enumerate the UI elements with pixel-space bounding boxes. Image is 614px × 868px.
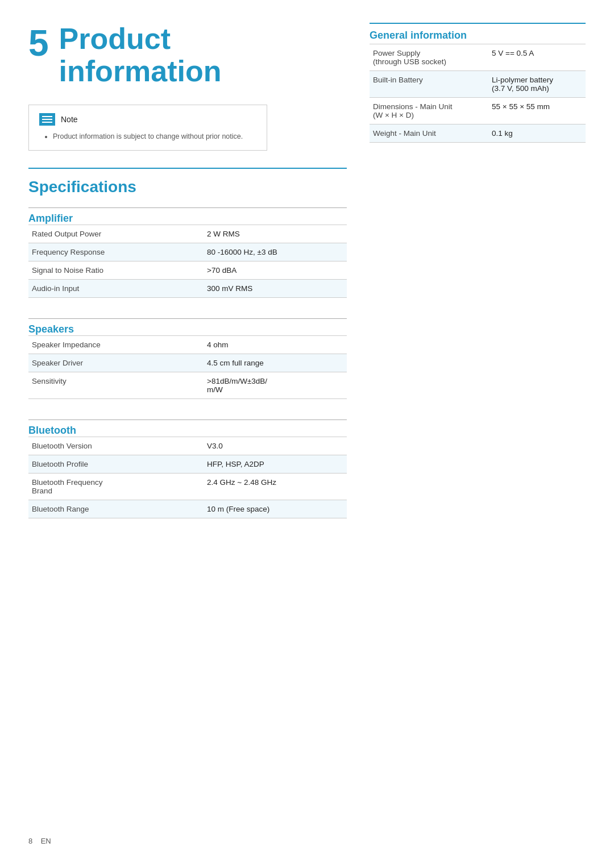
general-info-section: General information Power Supply (throug… [370,23,586,143]
spec-label: Bluetooth Version [28,437,204,455]
right-column: General information Power Supply (throug… [370,23,586,163]
general-info-heading: General information [370,23,586,41]
chapter-heading: 5 Product information [28,23,347,88]
spec-value: 5 V == 0.5 A [488,44,586,71]
amplifier-divider [28,207,347,208]
spec-value: 55 × 55 × 55 mm [488,98,586,124]
table-row: Built-in BatteryLi-polymer battery (3.7 … [370,71,586,98]
spec-label: Power Supply (through USB socket) [370,44,488,71]
page-layout: 5 Product information Note Product infor… [28,23,586,539]
note-label: Note [61,115,78,124]
table-row: Rated Output Power2 W RMS [28,225,347,243]
table-row: Bluetooth Range10 m (Free space) [28,500,347,518]
note-box: Note Product information is subject to c… [28,105,267,151]
table-row: Power Supply (through USB socket)5 V == … [370,44,586,71]
spec-value: HFP, HSP, A2DP [204,455,347,474]
spec-label: Speaker Impedance [28,336,204,354]
table-row: Bluetooth ProfileHFP, HSP, A2DP [28,455,347,474]
table-row: Speaker Impedance4 ohm [28,336,347,354]
table-row: Weight - Main Unit0.1 kg [370,124,586,143]
note-header: Note [39,113,256,126]
spec-value: V3.0 [204,437,347,455]
spec-label: Bluetooth Range [28,500,204,518]
spec-label: Bluetooth Profile [28,455,204,474]
table-row: Speaker Driver4.5 cm full range [28,354,347,372]
spec-label: Rated Output Power [28,225,204,243]
bluetooth-divider [28,420,347,420]
spec-label: Signal to Noise Ratio [28,261,204,280]
bluetooth-section: Bluetooth Bluetooth VersionV3.0Bluetooth… [28,420,347,518]
specifications-heading: Specifications [28,178,347,196]
spec-label: Audio-in Input [28,280,204,298]
speakers-divider [28,318,347,319]
note-icon-line2 [42,119,52,120]
note-icon [39,113,55,126]
spec-value: 4 ohm [204,336,347,354]
table-row: Bluetooth Frequency Brand2.4 GHz ~ 2.48 … [28,474,347,500]
spec-value: 300 mV RMS [204,280,347,298]
spec-value: Li-polymer battery (3.7 V, 500 mAh) [488,71,586,98]
bluetooth-heading: Bluetooth [28,425,347,437]
chapter-title: Product information [59,23,222,88]
spec-label: Weight - Main Unit [370,124,488,143]
spec-value: 80 -16000 Hz, ±3 dB [204,243,347,261]
spec-label: Speaker Driver [28,354,204,372]
table-row: Signal to Noise Ratio>70 dBA [28,261,347,280]
page-footer: 8 EN [28,837,51,845]
spec-value: 4.5 cm full range [204,354,347,372]
bluetooth-table: Bluetooth VersionV3.0Bluetooth ProfileHF… [28,437,347,518]
amplifier-section: Amplifier Rated Output Power2 W RMSFrequ… [28,207,347,298]
spec-label: Frequency Response [28,243,204,261]
spec-label: Dimensions - Main Unit (W × H × D) [370,98,488,124]
note-icon-line1 [42,116,52,117]
spec-label: Sensitivity [28,372,204,399]
spec-label: Bluetooth Frequency Brand [28,474,204,500]
spec-value: >70 dBA [204,261,347,280]
general-info-table: Power Supply (through USB socket)5 V == … [370,44,586,143]
spec-value: 2.4 GHz ~ 2.48 GHz [204,474,347,500]
page-number: 8 [28,837,32,845]
spec-value: 0.1 kg [488,124,586,143]
table-row: Dimensions - Main Unit (W × H × D)55 × 5… [370,98,586,124]
speakers-section: Speakers Speaker Impedance4 ohmSpeaker D… [28,318,347,399]
chapter-number: 5 [28,25,49,61]
amplifier-heading: Amplifier [28,213,347,225]
speakers-table: Speaker Impedance4 ohmSpeaker Driver4.5 … [28,335,347,399]
spec-value: 2 W RMS [204,225,347,243]
table-row: Frequency Response80 -16000 Hz, ±3 dB [28,243,347,261]
spec-value: 10 m (Free space) [204,500,347,518]
table-row: Sensitivity>81dB/m/W±3dB/ m/W [28,372,347,399]
table-row: Bluetooth VersionV3.0 [28,437,347,455]
left-column: 5 Product information Note Product infor… [28,23,347,539]
spec-value: >81dB/m/W±3dB/ m/W [204,372,347,399]
speakers-heading: Speakers [28,323,347,335]
note-icon-line3 [42,122,52,123]
note-content: Product information is subject to change… [39,131,256,142]
spec-label: Built-in Battery [370,71,488,98]
specs-divider [28,168,347,169]
amplifier-table: Rated Output Power2 W RMSFrequency Respo… [28,225,347,298]
language-label: EN [41,837,51,845]
table-row: Audio-in Input300 mV RMS [28,280,347,298]
